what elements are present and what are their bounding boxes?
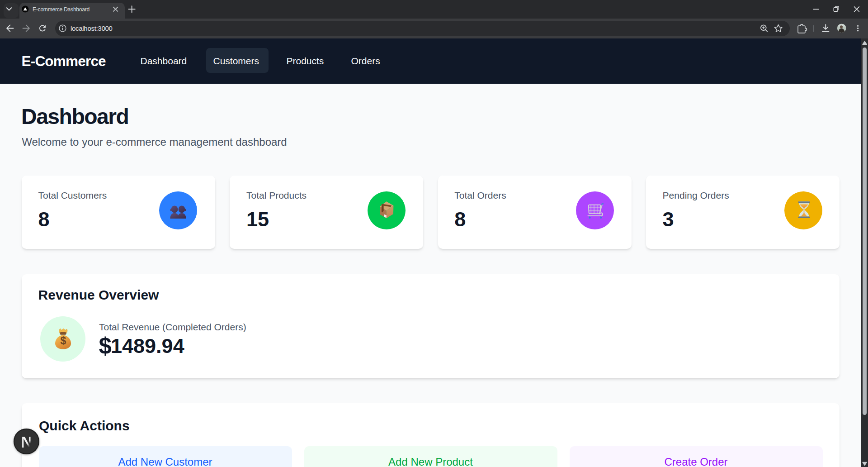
svg-text:$: $: [60, 335, 66, 347]
